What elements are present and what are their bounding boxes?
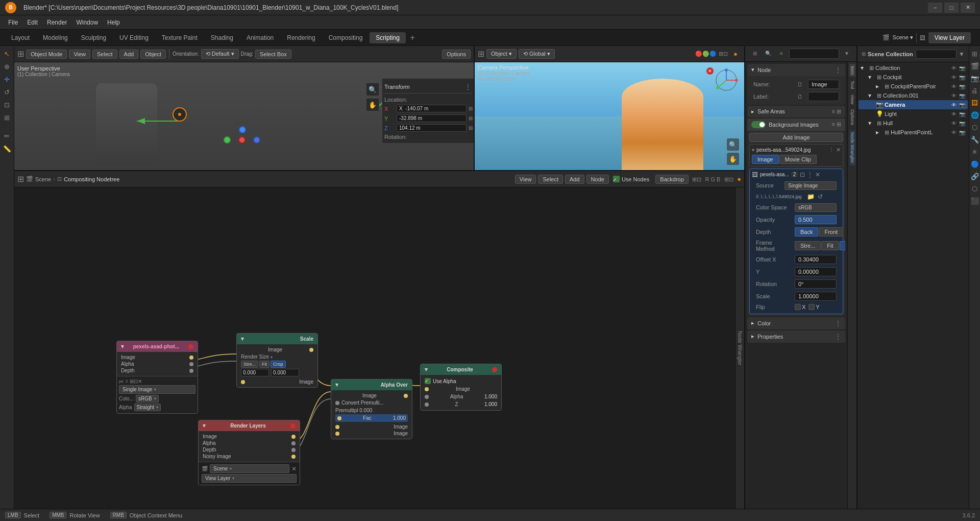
image-tab[interactable]: Image <box>752 155 779 164</box>
rl-view-layer-dropdown[interactable]: View Layer ▾ <box>202 474 297 483</box>
comp-z-socket[interactable] <box>425 402 429 407</box>
alpha-dropdown[interactable]: Straight ▾ <box>134 404 161 411</box>
frame-fit-btn[interactable]: Fit <box>821 241 839 250</box>
add-image-button[interactable]: Add Image <box>749 133 843 142</box>
scale-input[interactable] <box>795 292 837 301</box>
sidebar-cursor-icon[interactable]: ⊕ <box>2 61 13 72</box>
offset-y-input[interactable] <box>795 267 837 276</box>
location-y-copy[interactable]: ⊞ <box>469 115 473 121</box>
add-workspace-button[interactable]: + <box>407 32 418 43</box>
node-section-menu[interactable]: ⋮ <box>835 66 841 74</box>
node-name-input[interactable] <box>808 80 839 89</box>
props-search-icon[interactable]: 🔍 <box>763 48 774 59</box>
collection-render-btn[interactable]: 📷 <box>959 64 966 72</box>
rl-depth-socket[interactable] <box>291 448 296 452</box>
tree-item-light[interactable]: 💡 Light 👁 📷 <box>859 109 968 119</box>
camera-pan-icon[interactable]: ✋ <box>727 153 739 165</box>
bg-image-2-settings[interactable]: ⋮ <box>807 171 813 178</box>
grid-icon[interactable]: ⊞ <box>17 49 24 59</box>
physics-props-icon[interactable]: 🔵 <box>969 158 981 170</box>
sidebar-transform-icon[interactable]: ⊞ <box>2 112 13 123</box>
scene-dropdown[interactable]: Scene ▾ <box>893 34 913 41</box>
composite-close[interactable] <box>492 367 497 372</box>
cam-visible-btn[interactable]: 👁 <box>950 101 958 108</box>
tree-item-camera[interactable]: 📷 Camera 👁 📷 <box>859 100 968 109</box>
camera-global-btn[interactable]: ⟲ Global ▾ <box>519 49 555 59</box>
background-images-toggle[interactable] <box>751 121 766 128</box>
transform-menu-icon[interactable]: ⋮ <box>464 83 472 91</box>
sidebar-move-icon[interactable]: ✛ <box>2 74 13 85</box>
sidebar-rotate-icon[interactable]: ↺ <box>2 86 13 98</box>
menu-file[interactable]: File <box>4 17 22 28</box>
crop-btn[interactable]: Crop <box>271 361 286 368</box>
menu-help[interactable]: Help <box>103 17 124 28</box>
node-section-header[interactable]: ▾ Node ⋮ <box>747 64 845 76</box>
use-alpha-checkbox[interactable] <box>425 378 431 384</box>
color-section-menu[interactable]: ⋮ <box>835 320 841 327</box>
frame-stretch-btn[interactable]: Stre... <box>795 241 821 250</box>
tree-item-hull[interactable]: ▾ ⊞ Hull 👁 📷 <box>859 119 968 128</box>
use-nodes-checkbox[interactable] <box>613 176 620 182</box>
rotation-input[interactable] <box>795 279 837 289</box>
drag-dropdown[interactable]: Select Box <box>255 50 291 59</box>
image-source-close[interactable] <box>188 344 193 349</box>
flip-x-checkbox[interactable] <box>795 304 801 310</box>
node-view-btn[interactable]: View <box>515 175 536 184</box>
location-x-copy[interactable]: ⊞ <box>469 106 473 111</box>
tab-shading[interactable]: Shading <box>205 32 239 43</box>
tree-item-collection-001[interactable]: ▾ ⊞ Collection.001 👁 📷 <box>859 91 968 100</box>
stretch-btn[interactable]: Stre... <box>241 361 258 368</box>
options-tab[interactable]: Options <box>849 107 855 127</box>
options-btn[interactable]: Options <box>442 50 471 59</box>
render-layers-close[interactable] <box>290 423 296 429</box>
tool-tab[interactable]: Tool <box>849 79 855 91</box>
zoom-icon[interactable]: 🔍 <box>366 83 379 96</box>
col001-render-btn[interactable]: 📷 <box>959 92 966 99</box>
scale-x-value[interactable] <box>241 369 269 376</box>
sidebar-select-icon[interactable]: ↖ <box>2 48 13 59</box>
safe-areas-icons[interactable]: ≡ ⊞ <box>832 108 841 115</box>
props-view-icon[interactable]: ⊞ <box>749 48 761 59</box>
data-props-icon[interactable]: ⬡ <box>969 183 981 194</box>
ao-img1-socket[interactable] <box>335 425 339 429</box>
scale-image-in-socket[interactable] <box>241 380 245 384</box>
render-layers-node[interactable]: ▾ Render Layers Image Alpha <box>198 420 300 485</box>
ao-img2-socket[interactable] <box>335 432 339 436</box>
alpha-output-socket[interactable] <box>189 362 193 366</box>
image-output-socket[interactable] <box>189 356 193 360</box>
view-layer-props-icon[interactable]: 🖼 <box>969 97 981 108</box>
depth-front-btn[interactable]: Front <box>819 227 843 236</box>
depth-back-btn[interactable]: Back <box>795 227 818 236</box>
alpha-over-node[interactable]: ▾ Alpha Over Image Convert Premulti... <box>331 379 412 439</box>
tab-scripting[interactable]: Scripting <box>370 32 406 43</box>
backdrop-btn[interactable]: Backdrop <box>655 175 688 184</box>
hull-visible-btn[interactable]: 👁 <box>950 120 958 127</box>
scene-filter-btn[interactable]: ▼ <box>959 51 965 58</box>
location-y-input[interactable] <box>397 114 467 122</box>
render-props-icon[interactable]: 📷 <box>969 73 981 84</box>
light-render-btn[interactable]: 📷 <box>959 110 966 117</box>
node-node-btn[interactable]: Node <box>586 175 609 184</box>
hp-render-btn[interactable]: 📷 <box>959 129 966 136</box>
color-section-header[interactable]: ▸ Color ⋮ <box>747 317 845 329</box>
filepath-browse[interactable]: 📁 <box>807 193 815 200</box>
rl-alpha-socket[interactable] <box>291 441 296 445</box>
material-props-icon[interactable]: ⬛ <box>969 195 981 206</box>
node-select-btn[interactable]: Select <box>538 175 563 184</box>
tab-view-layer[interactable]: View Layer <box>928 32 971 43</box>
item-tab[interactable]: Item <box>849 64 855 77</box>
depth-output-socket[interactable] <box>189 369 193 373</box>
collection-visible-btn[interactable]: 👁 <box>950 64 958 72</box>
menu-render[interactable]: Render <box>43 17 71 28</box>
camera-grid-icon[interactable]: ⊞ <box>478 49 484 59</box>
bg-image-2-view[interactable]: ⊡ <box>800 171 805 178</box>
rl-image-socket[interactable] <box>291 435 296 439</box>
tab-sculpting[interactable]: Sculpting <box>75 32 112 43</box>
sidebar-measure-icon[interactable]: 📏 <box>2 143 13 154</box>
tree-item-cockpit[interactable]: ▾ ⊞ Cockpit 👁 📷 <box>859 73 968 82</box>
rl-noisy-socket[interactable] <box>291 455 296 459</box>
comp-image-socket[interactable] <box>425 387 429 391</box>
object-mode-dropdown[interactable]: Object Mode <box>26 50 67 59</box>
col001-visible-btn[interactable]: 👁 <box>950 92 958 99</box>
image-source-node[interactable]: ▾ pexels-asad-phot... Image Alpha <box>116 341 198 414</box>
